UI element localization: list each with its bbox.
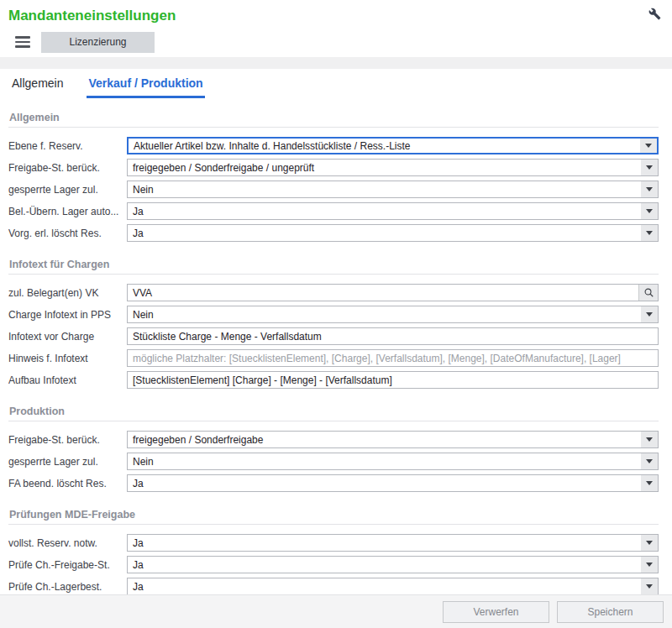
title-bar: Mandanteneinstellungen xyxy=(0,0,672,27)
dropdown-vollst-reserv-notw[interactable]: Ja xyxy=(127,534,659,552)
chevron-down-icon[interactable] xyxy=(640,139,657,153)
form-row: Ebene f. Reserv. Aktueller Artikel bzw. … xyxy=(8,137,659,154)
dropdown-gesperrte-lager-zul[interactable]: Nein xyxy=(127,181,659,198)
section-pruefungen-mde-freigabe: Prüfungen MDE-Freigabe vollst. Reserv. n… xyxy=(8,509,659,595)
form-row: FA beend. löscht Res. Ja xyxy=(8,474,659,492)
section-title: Produktion xyxy=(8,406,659,421)
footer-bar: Verwerfen Speichern xyxy=(0,594,672,628)
form-row: Freigabe-St. berück. freigegeben / Sonde… xyxy=(8,159,659,176)
page-title: Mandanteneinstellungen xyxy=(8,8,176,24)
hamburger-menu-icon[interactable] xyxy=(15,36,30,48)
dropdown-prod-gesperrte-lager-zul[interactable]: Nein xyxy=(127,453,659,470)
section-allgemein: Allgemein Ebene f. Reserv. Aktueller Art… xyxy=(8,112,659,242)
section-title: Prüfungen MDE-Freigabe xyxy=(8,509,659,525)
input-aufbau-infotext[interactable]: [StuecklistenElement] [Charge] - [Menge]… xyxy=(127,371,659,389)
dropdown-bel-uebern-lager-auto[interactable]: Ja xyxy=(127,202,659,220)
save-button[interactable]: Speichern xyxy=(557,601,664,623)
dropdown-prod-freigabe-st-berueck[interactable]: freigegeben / Sonderfreigabe xyxy=(127,431,659,448)
chevron-down-icon[interactable] xyxy=(641,535,658,551)
section-infotext-chargen: Infotext für Chargen zul. Belegart(en) V… xyxy=(8,259,659,389)
chevron-down-icon[interactable] xyxy=(641,453,658,469)
chevron-down-icon[interactable] xyxy=(641,225,658,241)
chevron-down-icon[interactable] xyxy=(641,557,658,573)
form-row: Charge Infotext in PPS Nein xyxy=(8,306,659,323)
field-label: gesperrte Lager zul. xyxy=(8,456,127,468)
field-label: Charge Infotext in PPS xyxy=(8,309,127,321)
field-label: Prüfe Ch.-Freigabe-St. xyxy=(8,559,127,571)
toolbar-divider-band xyxy=(0,57,672,69)
chevron-down-icon[interactable] xyxy=(641,181,658,197)
field-label: Bel.-Übern. Lager auto... xyxy=(8,206,127,217)
lookup-zul-belegarten-vk[interactable]: VVA xyxy=(127,284,659,301)
license-button[interactable]: Lizenzierung xyxy=(41,32,155,53)
input-infotext-vor-charge[interactable]: Stückliste Charge - Menge - Verfallsdatu… xyxy=(127,327,659,345)
wrench-icon[interactable] xyxy=(648,8,661,20)
field-label: Freigabe-St. berück. xyxy=(8,162,127,174)
dropdown-pruefe-ch-lagerbest[interactable]: Ja xyxy=(127,578,659,595)
field-label: Vorg. erl. löscht Res. xyxy=(8,228,127,239)
dropdown-fa-beend-loescht-res[interactable]: Ja xyxy=(127,474,659,492)
field-label: Ebene f. Reserv. xyxy=(8,140,127,152)
field-label: Hinweis f. Infotext xyxy=(8,353,127,364)
dropdown-vorg-erl-loescht-res[interactable]: Ja xyxy=(127,224,659,242)
form-row: Bel.-Übern. Lager auto... Ja xyxy=(8,202,659,220)
chevron-down-icon[interactable] xyxy=(641,432,658,447)
dropdown-charge-infotext-in-pps[interactable]: Nein xyxy=(127,306,659,323)
section-produktion: Produktion Freigabe-St. berück. freigege… xyxy=(8,406,659,492)
dropdown-freigabe-st-berueck[interactable]: freigegeben / Sonderfreigabe / ungeprüft xyxy=(127,159,659,176)
chevron-down-icon[interactable] xyxy=(641,160,658,175)
settings-form: Allgemein Ebene f. Reserv. Aktueller Art… xyxy=(0,98,672,595)
field-label: FA beend. löscht Res. xyxy=(8,478,127,489)
form-row: gesperrte Lager zul. Nein xyxy=(8,453,659,470)
form-row: vollst. Reserv. notw. Ja xyxy=(8,534,659,552)
form-row: Hinweis f. Infotext mögliche Platzhalter… xyxy=(8,349,659,367)
tab-verkauf-produktion[interactable]: Verkauf / Produktion xyxy=(87,76,204,98)
form-row: Prüfe Ch.-Freigabe-St. Ja xyxy=(8,556,659,573)
toolbar: Lizenzierung xyxy=(0,31,672,53)
field-label: Infotext vor Charge xyxy=(8,331,127,343)
chevron-down-icon[interactable] xyxy=(641,306,658,322)
field-label: vollst. Reserv. notw. xyxy=(8,537,127,549)
field-label: Freigabe-St. berück. xyxy=(8,434,127,446)
form-row: Infotext vor Charge Stückliste Charge - … xyxy=(8,327,659,345)
chevron-down-icon[interactable] xyxy=(641,578,658,594)
form-row: Freigabe-St. berück. freigegeben / Sonde… xyxy=(8,431,659,448)
field-label: zul. Belegart(en) VK xyxy=(8,287,127,299)
form-row: zul. Belegart(en) VK VVA xyxy=(8,284,659,301)
dropdown-ebene-f-reserv[interactable]: Aktueller Artikel bzw. Inhalte d. Handel… xyxy=(127,137,659,154)
tab-allgemein[interactable]: Allgemein xyxy=(10,76,65,98)
search-icon[interactable] xyxy=(638,285,658,301)
field-label: gesperrte Lager zul. xyxy=(8,184,127,196)
chevron-down-icon[interactable] xyxy=(641,203,658,219)
form-row: Vorg. erl. löscht Res. Ja xyxy=(8,224,659,242)
field-label: Aufbau Infotext xyxy=(8,374,127,386)
discard-button[interactable]: Verwerfen xyxy=(443,601,549,623)
field-label: Prüfe Ch.-Lagerbest. xyxy=(8,581,127,593)
chevron-down-icon[interactable] xyxy=(641,475,658,491)
form-row: Prüfe Ch.-Lagerbest. Ja xyxy=(8,578,659,595)
tab-strip: Allgemein Verkauf / Produktion xyxy=(0,69,672,98)
section-title: Infotext für Chargen xyxy=(8,259,659,275)
form-row: gesperrte Lager zul. Nein xyxy=(8,181,659,198)
form-row: Aufbau Infotext [StuecklistenElement] [C… xyxy=(8,371,659,389)
input-hinweis-f-infotext[interactable]: mögliche Platzhalter: [StuecklistenEleme… xyxy=(127,349,659,367)
section-title: Allgemein xyxy=(8,112,659,128)
dropdown-pruefe-ch-freigabe-st[interactable]: Ja xyxy=(127,556,659,573)
